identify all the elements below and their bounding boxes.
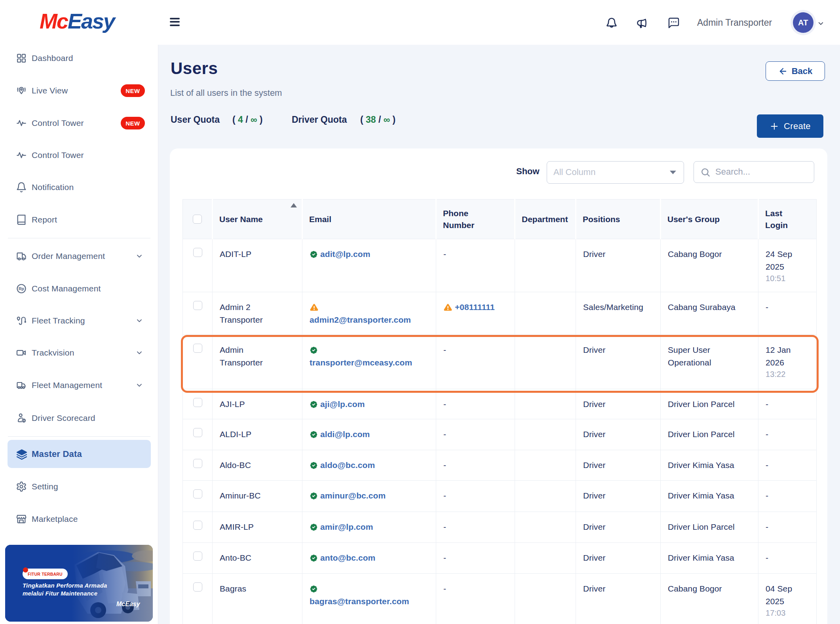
svg-text:Rp: Rp (19, 286, 24, 291)
